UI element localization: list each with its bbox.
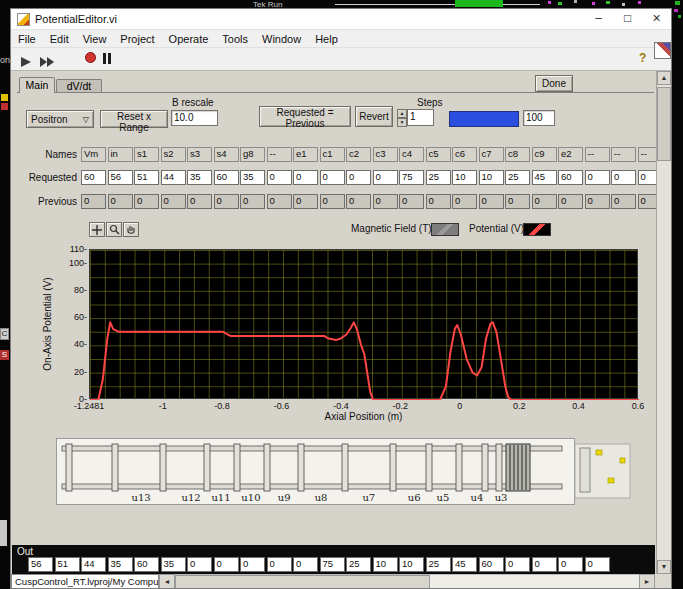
pause-button[interactable] [103, 53, 111, 64]
done-button[interactable]: Done [535, 75, 573, 92]
plot-area[interactable] [89, 249, 638, 399]
name-cell[interactable]: -- [585, 147, 610, 162]
name-cell[interactable]: Vm [81, 147, 106, 162]
name-cell[interactable]: s4 [214, 147, 239, 162]
scroll-down-arrow[interactable]: ▼ [657, 560, 671, 574]
run-continuous-button[interactable] [39, 54, 55, 72]
scroll-left-arrow[interactable]: ◄ [159, 574, 175, 589]
out-cell: 0 [585, 557, 610, 572]
menu-item-window[interactable]: Window [255, 30, 308, 47]
requested-cell[interactable]: 0 [293, 170, 318, 185]
name-cell[interactable]: c9 [532, 147, 557, 162]
horizontal-scrollbar[interactable] [175, 574, 639, 589]
name-cell[interactable]: c8 [505, 147, 530, 162]
vertical-scrollbar[interactable]: ▲ ▼ [656, 71, 671, 574]
requested-cell[interactable]: 0 [346, 170, 371, 185]
requested-cell[interactable]: 75 [399, 170, 424, 185]
menu-item-edit[interactable]: Edit [43, 30, 76, 47]
requested-cell[interactable]: 51 [134, 170, 159, 185]
legend-sample-magnetic[interactable] [431, 223, 459, 236]
name-cell[interactable]: c1 [320, 147, 345, 162]
scroll-up-arrow[interactable]: ▲ [657, 71, 671, 85]
requested-cell[interactable]: 56 [108, 170, 133, 185]
help-icon[interactable]: ? [639, 51, 646, 65]
names-row: Vmins1s2s3s4g8--e1c1c2c3c4c5c6c7c8c9e2--… [81, 147, 659, 163]
menu-item-view[interactable]: View [76, 30, 114, 47]
requested-cell[interactable]: 60 [81, 170, 106, 185]
close-button[interactable]: × [642, 9, 671, 29]
name-cell[interactable]: c6 [452, 147, 477, 162]
horizontal-scrollbar-thumb[interactable] [175, 575, 430, 589]
graph-cursor-tool-button[interactable] [89, 222, 105, 237]
tab-main[interactable]: Main [19, 77, 55, 93]
menu-item-tools[interactable]: Tools [215, 30, 255, 47]
tab-page-border [17, 92, 654, 93]
requested-cell[interactable]: 44 [161, 170, 186, 185]
background-noise [592, 2, 595, 5]
name-cell[interactable]: c3 [373, 147, 398, 162]
minimize-button[interactable]: – [584, 9, 613, 29]
requested-cell[interactable]: 25 [426, 170, 451, 185]
menu-item-project[interactable]: Project [113, 30, 161, 47]
previous-cell: 0 [558, 194, 583, 209]
out-cell: 0 [240, 557, 265, 572]
name-cell[interactable]: c2 [346, 147, 371, 162]
labview-app-icon [17, 13, 30, 26]
increment-icon[interactable]: ▲ [397, 109, 407, 118]
name-cell[interactable]: -- [611, 147, 636, 162]
tab-dvdt[interactable]: dV/dt [56, 79, 102, 93]
decrement-icon[interactable]: ▼ [397, 118, 407, 127]
menu-item-file[interactable]: File [11, 30, 43, 47]
y-tick-label: 110 [53, 244, 87, 254]
execution-target[interactable]: CuspControl_RT.lvproj/My Computer [11, 574, 159, 589]
name-cell[interactable]: s2 [161, 147, 186, 162]
name-cell[interactable]: s3 [187, 147, 212, 162]
name-cell[interactable]: g8 [240, 147, 265, 162]
requested-cell[interactable]: 45 [532, 170, 557, 185]
revert-button[interactable]: Revert [355, 106, 393, 127]
scroll-right-arrow[interactable]: ► [639, 574, 655, 589]
requested-cell[interactable]: 35 [187, 170, 212, 185]
previous-cell: 0 [426, 194, 451, 209]
requested-cell[interactable]: 10 [452, 170, 477, 185]
run-button[interactable] [19, 54, 33, 72]
name-cell[interactable]: c5 [426, 147, 451, 162]
electrode-label: u11 [211, 492, 230, 503]
menu-item-help[interactable]: Help [308, 30, 345, 47]
requested-cell[interactable]: 0 [585, 170, 610, 185]
requested-cell[interactable]: 25 [505, 170, 530, 185]
requested-cell[interactable]: 10 [479, 170, 504, 185]
requested-cell[interactable]: 60 [214, 170, 239, 185]
requested-cell[interactable]: 60 [558, 170, 583, 185]
vertical-scrollbar-thumb[interactable] [657, 87, 671, 161]
name-cell[interactable]: s1 [134, 147, 159, 162]
maximize-button[interactable]: □ [613, 9, 642, 29]
background-noise [1, 103, 8, 110]
steps-input[interactable]: 1 [407, 109, 434, 126]
graph-zoom-tool-button[interactable] [106, 222, 122, 237]
name-cell[interactable]: c4 [399, 147, 424, 162]
requested-cell[interactable]: 35 [240, 170, 265, 185]
name-cell[interactable]: c7 [479, 147, 504, 162]
titlebar[interactable]: PotentialEditor.vi – □ × [11, 9, 671, 30]
steps-end-input[interactable]: 100 [523, 110, 555, 126]
reset-x-range-button[interactable]: Reset x Range [100, 110, 168, 128]
species-ring[interactable]: Positron ▽ [26, 110, 94, 128]
name-cell[interactable]: in [108, 147, 133, 162]
name-cell[interactable]: e2 [558, 147, 583, 162]
name-cell[interactable]: e1 [293, 147, 318, 162]
requested-equals-previous-button[interactable]: Requested = Previous [259, 106, 351, 127]
b-rescale-input[interactable]: 10.0 [171, 110, 218, 126]
requested-cell[interactable]: 0 [611, 170, 636, 185]
requested-cell[interactable]: 0 [373, 170, 398, 185]
menu-item-operate[interactable]: Operate [162, 30, 216, 47]
name-cell[interactable]: -- [267, 147, 292, 162]
abort-button[interactable] [85, 52, 96, 63]
legend-sample-potential[interactable] [523, 223, 551, 236]
steps-progress-bar[interactable] [449, 111, 519, 127]
previous-cell: 0 [293, 194, 318, 209]
steps-spinner[interactable]: ▲ ▼ 1 [397, 109, 434, 127]
graph-pan-tool-button[interactable] [123, 222, 139, 237]
requested-cell[interactable]: 0 [320, 170, 345, 185]
requested-cell[interactable]: 0 [267, 170, 292, 185]
